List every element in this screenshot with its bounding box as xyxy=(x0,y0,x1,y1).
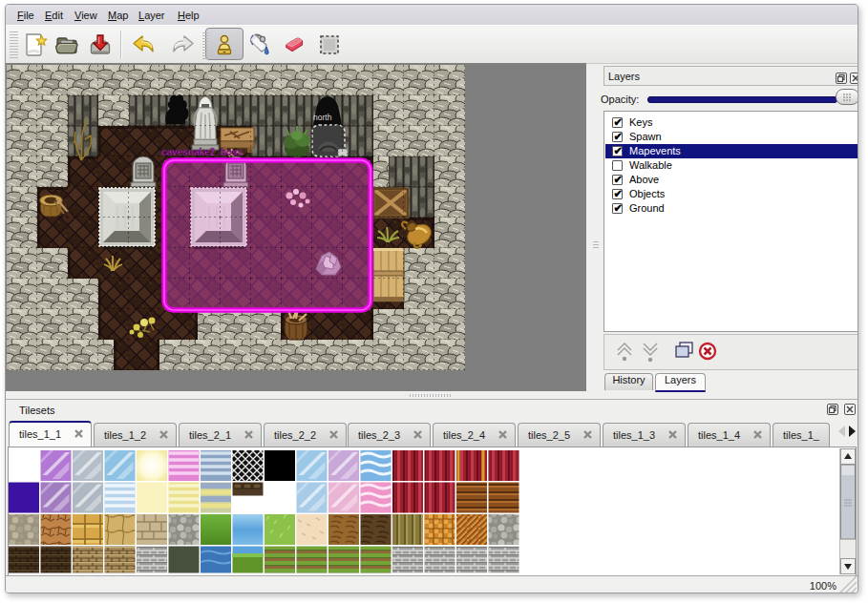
svg-text:cavesnake2_boss: cavesnake2_boss xyxy=(161,147,243,157)
